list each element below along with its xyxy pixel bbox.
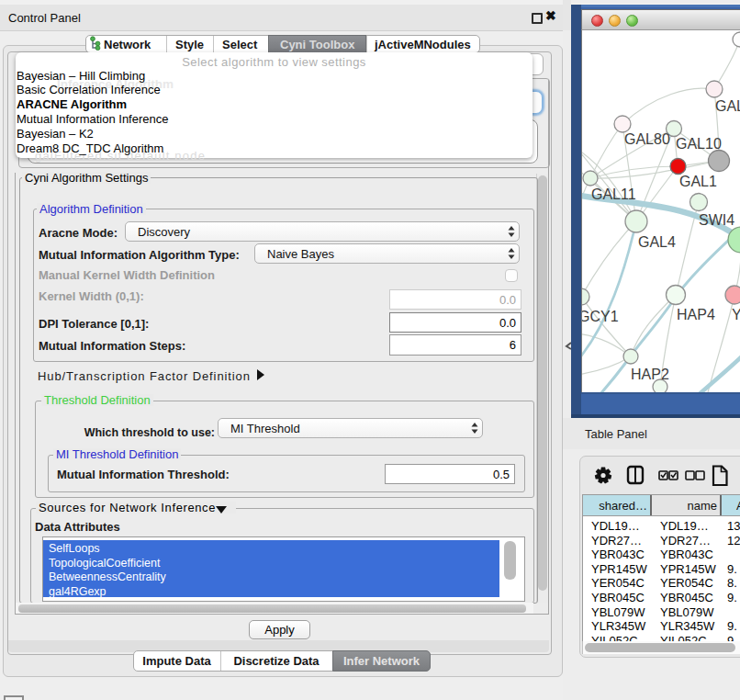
svg-text:HAP4: HAP4 [677,307,715,322]
svg-text:GAL7: GAL7 [715,98,740,114]
svg-text:SWI4: SWI4 [699,212,734,228]
svg-text:GAL11: GAL11 [591,186,636,202]
svg-text:GAL4: GAL4 [638,234,676,250]
svg-text:GAL1: GAL1 [679,174,717,189]
svg-text:GAL10: GAL10 [676,136,722,152]
svg-text:HAP2: HAP2 [631,367,669,382]
svg-text:GAL80: GAL80 [624,131,670,147]
svg-text:Y: Y [732,307,740,322]
svg-text:GCY1: GCY1 [582,309,619,324]
